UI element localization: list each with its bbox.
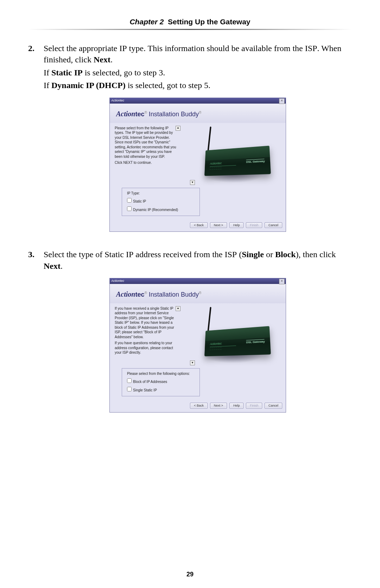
cancel-button[interactable]: Cancel: [265, 403, 282, 408]
step-2: 2. Select the appropriate IP type. This …: [28, 43, 352, 242]
step-2-line-3: If Dynamic IP (DHCP) is selected, got to…: [44, 80, 352, 91]
static-options-fieldset: Please select from the following options…: [122, 368, 200, 397]
scroll-down-icon[interactable]: ▼: [190, 360, 195, 365]
finish-button: Finish: [246, 222, 262, 228]
next-button[interactable]: Next >: [210, 403, 227, 408]
dialog1-para1: Please select from the following IP type…: [115, 126, 176, 159]
chapter-title: Setting Up the Gateway: [168, 18, 251, 26]
step-3: 3. Select the type of Static IP address …: [28, 249, 352, 423]
dialog-brand-bar: Actiontec® Installation Buddy®: [110, 284, 286, 303]
dialog-titlebar: Actiontec ×: [110, 98, 286, 104]
finish-button: Finish: [246, 403, 262, 408]
dialog-ip-type: Actiontec × Actiontec® Installation Budd…: [109, 98, 286, 232]
help-button[interactable]: Help: [229, 222, 244, 228]
step-number: 3.: [28, 249, 44, 423]
step-2-line-1: Select the appropriate IP type. This inf…: [44, 43, 352, 66]
router-logo: Actiontec: [210, 160, 236, 167]
scroll-up-icon[interactable]: ▲: [176, 126, 180, 131]
router-antenna: [207, 126, 211, 152]
radio-dynamic-ip[interactable]: Dynamic IP (Recommended): [126, 205, 196, 212]
dialog2-para1: If you have received a single Static IP …: [115, 306, 176, 340]
radio-single-ip[interactable]: Single Static IP: [126, 386, 196, 393]
titlebar-logo: Actiontec: [111, 279, 124, 283]
static-options-legend: Please select from the following options…: [126, 371, 191, 376]
router-label: DSL Gateway: [246, 339, 265, 345]
radio-block-ip[interactable]: Block of IP Addresses: [126, 377, 196, 384]
close-icon[interactable]: ×: [279, 279, 285, 284]
chapter-label: Chapter 2: [129, 18, 164, 26]
router-logo: Actiontec: [210, 341, 236, 347]
step-3-line-1: Select the type of Static IP address rec…: [44, 249, 352, 272]
dialog-static-ip-type: Actiontec × Actiontec® Installation Budd…: [109, 278, 286, 413]
scroll-up-icon[interactable]: ▲: [176, 306, 180, 311]
dialog-buttons: < Back Next > Help Finish Cancel: [110, 401, 286, 412]
step-number: 2.: [28, 43, 44, 242]
next-button[interactable]: Next >: [210, 222, 227, 228]
dialog1-para2: Click NEXT to continue.: [115, 160, 176, 165]
dialog-buttons: < Back Next > Help Finish Cancel: [110, 221, 286, 231]
step-2-line-2: If Static IP is selected, go to step 3.: [44, 67, 352, 78]
back-button[interactable]: < Back: [190, 403, 208, 408]
router-label: DSL Gateway: [246, 159, 265, 164]
back-button[interactable]: < Back: [190, 222, 208, 228]
page-number: 29: [0, 571, 380, 578]
help-button[interactable]: Help: [229, 403, 244, 408]
dialog-brand-bar: Actiontec® Installation Buddy®: [110, 104, 286, 123]
dialog-titlebar: Actiontec ×: [110, 278, 286, 284]
router-image: Actiontec DSL Gateway — — — — — —— — — —…: [188, 126, 269, 186]
scroll-down-icon[interactable]: ▼: [190, 180, 195, 185]
header-divider: [28, 29, 352, 30]
cancel-button[interactable]: Cancel: [265, 222, 282, 228]
router-image: Actiontec DSL Gateway — — — — — —— — — —…: [188, 306, 269, 366]
router-antenna: [207, 307, 211, 332]
close-icon[interactable]: ×: [279, 98, 285, 104]
dialog-text: ▲ If you have received a single Static I…: [115, 306, 176, 357]
chapter-header: Chapter 2 Setting Up the Gateway: [28, 18, 352, 26]
dialog2-para2: If you have questions relating to your a…: [115, 341, 176, 355]
dialog-text: ▲ Please select from the following IP ty…: [115, 126, 176, 167]
ip-type-fieldset: IP Type: Static IP Dynamic IP (Recommend…: [122, 188, 200, 216]
radio-static-ip[interactable]: Static IP: [126, 197, 196, 204]
ip-type-legend: IP Type:: [126, 191, 141, 196]
titlebar-logo: Actiontec: [111, 98, 124, 103]
